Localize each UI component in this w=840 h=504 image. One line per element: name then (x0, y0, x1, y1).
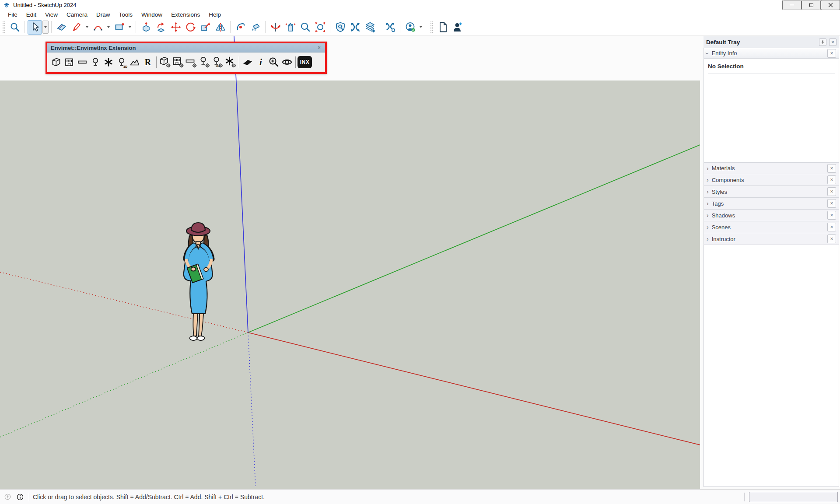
envimet-inx-export-button[interactable]: INX (298, 56, 312, 68)
envimet-model-domain-settings-button[interactable] (158, 55, 172, 69)
sketchup-logo-icon (3, 2, 10, 9)
line-dropdown-button[interactable] (84, 20, 90, 35)
geolocation-button[interactable] (2, 492, 13, 502)
extension-layers-export-button[interactable] (363, 20, 377, 35)
envimet-building-button[interactable] (63, 55, 76, 69)
chevron-right-icon: › (707, 212, 709, 218)
menu-draw[interactable]: Draw (92, 10, 115, 19)
flip-tool-button[interactable] (213, 20, 228, 35)
envimet-preview-button[interactable] (280, 55, 294, 69)
chevron-down-icon (86, 26, 88, 28)
paint-bucket-icon (250, 21, 261, 33)
move-tool-button[interactable] (168, 20, 183, 35)
pan-tool-button[interactable] (283, 20, 298, 35)
zoom-window-tool-button[interactable] (7, 20, 22, 35)
swap-arrows-icon (350, 21, 361, 33)
3d-viewport[interactable] (0, 35, 700, 489)
pencil-icon (71, 21, 82, 33)
tray-section-close-button[interactable]: × (827, 234, 836, 243)
menu-help[interactable]: Help (204, 10, 225, 19)
envimet-toolbar-titlebar[interactable]: Envimet::EnvimetInx Extension × (47, 43, 325, 52)
offset-tool-button[interactable] (233, 20, 248, 35)
tray-section-components[interactable]: › Components × (704, 174, 839, 186)
select-tool-button[interactable] (28, 20, 42, 35)
envimet-tree-3d-settings-button[interactable]: 3D (211, 55, 224, 69)
line-tool-button[interactable] (69, 20, 84, 35)
menu-camera[interactable]: Camera (62, 10, 92, 19)
rectangle-dropdown-button[interactable] (127, 20, 133, 35)
menu-view[interactable]: View (41, 10, 62, 19)
extension-swap-button[interactable] (348, 20, 362, 35)
tray-close-button[interactable]: × (829, 38, 836, 46)
envimet-tree-3d-button[interactable]: 3D (115, 55, 128, 69)
menu-extensions[interactable]: Extensions (167, 10, 204, 19)
scale-tool-button[interactable] (198, 20, 213, 35)
tray-section-close-button[interactable]: × (827, 223, 836, 231)
tray-section-materials[interactable]: › Materials × (704, 162, 839, 174)
add-person-button[interactable] (450, 20, 465, 35)
close-button[interactable] (821, 0, 840, 10)
arc-icon (92, 21, 104, 33)
tray-section-instructor[interactable]: › Instructor × (704, 233, 839, 245)
info-icon: i (259, 58, 262, 67)
account-button[interactable] (403, 20, 417, 35)
chevron-down-icon (129, 26, 131, 28)
envimet-terrain-button[interactable] (128, 55, 141, 69)
arc-dropdown-button[interactable] (105, 20, 112, 35)
tray-section-scenes[interactable]: › Scenes × (704, 221, 839, 233)
tray-section-tags[interactable]: › Tags × (704, 198, 839, 210)
tray-sections: › Materials × › Components × › Styles × (704, 162, 839, 245)
tray-section-shadows[interactable]: › Shadows × (704, 210, 839, 221)
zoom-extents-tool-button[interactable] (313, 20, 327, 35)
envimet-inspect-zoom-button[interactable] (267, 55, 280, 69)
push-pull-tool-button[interactable] (139, 20, 153, 35)
extension-swap-settings-button[interactable] (383, 20, 397, 35)
entity-info-close-button[interactable]: × (827, 49, 836, 58)
envimet-building-settings-button[interactable] (172, 55, 185, 69)
select-dropdown-button[interactable] (42, 21, 49, 34)
tray-section-close-button[interactable]: × (827, 175, 836, 184)
envimet-close-button[interactable]: × (317, 45, 322, 50)
envimet-receptor-settings-button[interactable] (224, 55, 237, 69)
envimet-receptor-button[interactable] (102, 55, 115, 69)
envimet-info-button[interactable]: i (254, 55, 267, 69)
follow-me-tool-button[interactable] (154, 20, 168, 35)
menu-edit[interactable]: Edit (22, 10, 41, 19)
maximize-button[interactable] (802, 0, 821, 10)
rectangle-tool-button[interactable] (112, 20, 126, 35)
rotate-tool-button[interactable] (183, 20, 198, 35)
toolbar-grip[interactable] (3, 21, 5, 33)
envimet-model-domain-button[interactable] (49, 55, 63, 69)
toolbar-grip[interactable] (430, 21, 433, 33)
account-dropdown-button[interactable] (418, 20, 424, 35)
tray-section-close-button[interactable]: × (827, 211, 836, 220)
envimet-surface-settings-button[interactable] (185, 55, 198, 69)
help-info-button[interactable] (15, 492, 25, 502)
menu-file[interactable]: File (4, 10, 22, 19)
eraser-tool-button[interactable] (54, 20, 69, 35)
envimet-tree-settings-button[interactable] (198, 55, 211, 69)
paint-bucket-tool-button[interactable] (248, 20, 262, 35)
tray-section-close-button[interactable]: × (827, 164, 836, 173)
statusbar-separator (29, 493, 29, 501)
entity-info-header[interactable]: › Entity Info × (704, 48, 839, 59)
tray-section-close-button[interactable]: × (827, 199, 836, 208)
menu-window[interactable]: Window (137, 10, 167, 19)
tray-pin-button[interactable] (819, 38, 826, 46)
person-figure[interactable] (177, 221, 221, 343)
measurements-input[interactable] (749, 492, 838, 502)
extension-inspector-button[interactable] (333, 20, 347, 35)
hat-crown (191, 223, 205, 232)
envimet-tree-button[interactable] (89, 55, 102, 69)
envimet-receptor-r-button[interactable]: R (141, 55, 154, 69)
minimize-button[interactable] (782, 0, 802, 10)
new-document-button[interactable] (435, 20, 450, 35)
envimet-surface-button[interactable] (76, 55, 89, 69)
menu-tools[interactable]: Tools (115, 10, 137, 19)
arc-tool-button[interactable] (91, 20, 105, 35)
orbit-tool-button[interactable] (268, 20, 283, 35)
tray-section-close-button[interactable]: × (827, 187, 836, 196)
envimet-eraser-button[interactable] (241, 55, 254, 69)
zoom-tool-button[interactable] (298, 20, 312, 35)
tray-section-styles[interactable]: › Styles × (704, 186, 839, 198)
